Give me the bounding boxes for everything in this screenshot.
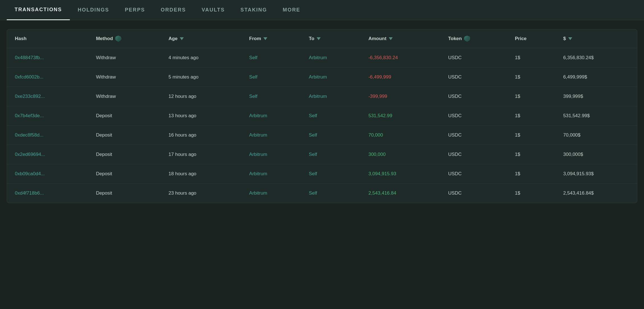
self-link[interactable]: Self <box>309 113 317 118</box>
main-content: HashMethodAgeFromToAmountTokenPrice$ 0x4… <box>0 20 644 212</box>
cell-hash: 0x2ed69694... <box>7 145 88 164</box>
filter-icon[interactable] <box>180 37 184 40</box>
amount-value: 70,000 <box>368 132 383 138</box>
table-row: 0x7b4ef3de...Deposit13 hours agoArbitrum… <box>7 106 637 126</box>
th-amount: Amount <box>360 29 440 48</box>
cell-age: 4 minutes ago <box>161 48 242 68</box>
th-price: Price <box>507 29 555 48</box>
self-link[interactable]: Self <box>309 171 317 176</box>
self-link[interactable]: Self <box>309 190 317 196</box>
cell-method: Deposit <box>88 184 161 203</box>
self-link[interactable]: Self <box>309 132 317 138</box>
cell-to: Self <box>301 106 360 126</box>
cell-usd: 300,000$ <box>555 145 637 164</box>
filter-icon[interactable] <box>568 37 572 40</box>
cell-from: Self <box>241 68 301 87</box>
header-row: HashMethodAgeFromToAmountTokenPrice$ <box>7 29 637 48</box>
amount-value: 531,542.99 <box>368 113 392 118</box>
th-dollar: $ <box>555 29 637 48</box>
chain-link[interactable]: Arbitrum <box>249 190 267 196</box>
cell-hash: 0xb09ca0d4... <box>7 164 88 184</box>
hash-link[interactable]: 0x2ed69694... <box>15 152 45 157</box>
cell-amount: 70,000 <box>360 126 440 145</box>
nav-item-staking[interactable]: STAKING <box>233 0 275 20</box>
cell-token: USDC <box>440 145 507 164</box>
cell-usd: 399,999$ <box>555 87 637 106</box>
shield-filter-icon[interactable] <box>115 36 121 42</box>
filter-icon[interactable] <box>263 37 267 40</box>
th-hash: Hash <box>7 29 88 48</box>
amount-value: -399,999 <box>368 94 387 99</box>
filter-icon[interactable] <box>317 37 321 40</box>
cell-to: Arbitrum <box>301 87 360 106</box>
self-link[interactable]: Self <box>249 55 257 60</box>
self-link[interactable]: Self <box>249 74 257 80</box>
cell-age: 12 hours ago <box>161 87 242 106</box>
hash-link[interactable]: 0xe233c892... <box>15 94 45 99</box>
nav-item-vaults[interactable]: VAULTS <box>194 0 233 20</box>
cell-to: Self <box>301 164 360 184</box>
chain-link[interactable]: Arbitrum <box>249 113 267 118</box>
cell-from: Arbitrum <box>241 106 301 126</box>
table-row: 0xb09ca0d4...Deposit18 hours agoArbitrum… <box>7 164 637 184</box>
cell-age: 13 hours ago <box>161 106 242 126</box>
cell-from: Arbitrum <box>241 126 301 145</box>
table-container: HashMethodAgeFromToAmountTokenPrice$ 0x4… <box>7 29 637 203</box>
cell-to: Arbitrum <box>301 48 360 68</box>
hash-link[interactable]: 0x488473fb... <box>15 55 44 60</box>
cell-from: Arbitrum <box>241 164 301 184</box>
chain-link[interactable]: Arbitrum <box>309 74 327 80</box>
chain-link[interactable]: Arbitrum <box>309 94 327 99</box>
th-label-8: $ <box>563 36 566 41</box>
cell-method: Withdraw <box>88 68 161 87</box>
nav-item-perps[interactable]: PERPS <box>117 0 153 20</box>
hash-link[interactable]: 0xb09ca0d4... <box>15 171 45 176</box>
hash-link[interactable]: 0xd4f718b6... <box>15 190 44 196</box>
table-row: 0x2ed69694...Deposit17 hours agoArbitrum… <box>7 145 637 164</box>
th-label-5: Amount <box>368 36 386 41</box>
cell-method: Deposit <box>88 164 161 184</box>
cell-token: USDC <box>440 68 507 87</box>
cell-hash: 0xe233c892... <box>7 87 88 106</box>
hash-link[interactable]: 0xdec8f58d... <box>15 132 43 138</box>
nav-bar: TRANSACTIONSHOLDINGSPERPSORDERSVAULTSSTA… <box>0 0 644 20</box>
self-link[interactable]: Self <box>309 152 317 157</box>
th-method: Method <box>88 29 161 48</box>
cell-usd: 2,543,416.84$ <box>555 184 637 203</box>
th-label-4: To <box>309 36 314 41</box>
hash-link[interactable]: 0xfcd6002b... <box>15 74 43 80</box>
cell-to: Arbitrum <box>301 68 360 87</box>
chain-link[interactable]: Arbitrum <box>249 171 267 176</box>
cell-method: Deposit <box>88 145 161 164</box>
nav-item-holdings[interactable]: HOLDINGS <box>70 0 117 20</box>
cell-method: Deposit <box>88 126 161 145</box>
cell-age: 18 hours ago <box>161 164 242 184</box>
table-row: 0xdec8f58d...Deposit16 hours agoArbitrum… <box>7 126 637 145</box>
th-token: Token <box>440 29 507 48</box>
nav-item-more[interactable]: MORE <box>275 0 308 20</box>
chain-link[interactable]: Arbitrum <box>249 132 267 138</box>
chain-link[interactable]: Arbitrum <box>249 152 267 157</box>
cell-to: Self <box>301 126 360 145</box>
cell-amount: 531,542.99 <box>360 106 440 126</box>
self-link[interactable]: Self <box>249 94 257 99</box>
table-row: 0xe233c892...Withdraw12 hours agoSelfArb… <box>7 87 637 106</box>
nav-item-orders[interactable]: ORDERS <box>153 0 194 20</box>
chain-link[interactable]: Arbitrum <box>309 55 327 60</box>
cell-hash: 0x7b4ef3de... <box>7 106 88 126</box>
hash-link[interactable]: 0x7b4ef3de... <box>15 113 44 118</box>
filter-icon[interactable] <box>389 37 393 40</box>
table-header: HashMethodAgeFromToAmountTokenPrice$ <box>7 29 637 48</box>
th-label-6: Token <box>448 36 462 41</box>
table-body: 0x488473fb...Withdraw4 minutes agoSelfAr… <box>7 48 637 203</box>
table-row: 0xfcd6002b...Withdraw5 minutes agoSelfAr… <box>7 68 637 87</box>
cell-hash: 0x488473fb... <box>7 48 88 68</box>
cell-price: 1$ <box>507 126 555 145</box>
transactions-table: HashMethodAgeFromToAmountTokenPrice$ 0x4… <box>7 29 637 203</box>
shield-filter-icon[interactable] <box>464 36 470 42</box>
cell-hash: 0xfcd6002b... <box>7 68 88 87</box>
cell-amount: -6,356,830.24 <box>360 48 440 68</box>
nav-item-transactions[interactable]: TRANSACTIONS <box>7 0 70 20</box>
amount-value: -6,499,999 <box>368 74 391 80</box>
cell-usd: 6,499,999$ <box>555 68 637 87</box>
